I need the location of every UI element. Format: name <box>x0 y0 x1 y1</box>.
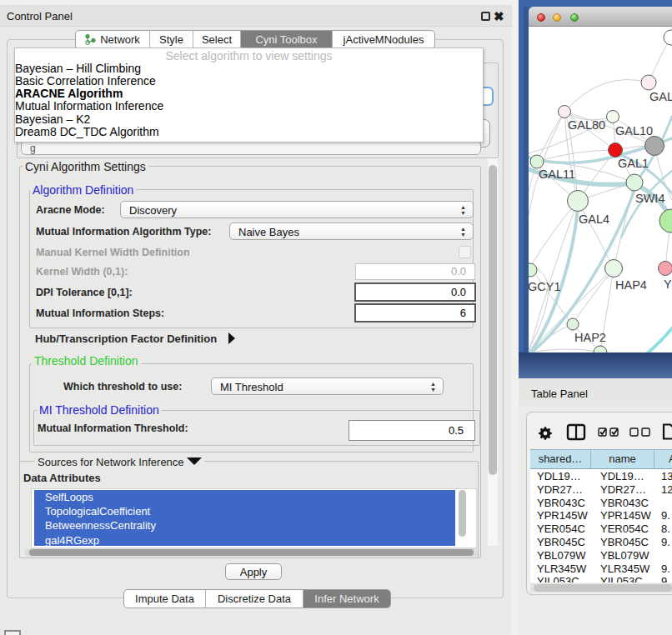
svg-text:GAL4: GAL4 <box>579 212 609 226</box>
svg-text:GAL80: GAL80 <box>568 118 605 132</box>
svg-text:GAL10: GAL10 <box>615 124 653 138</box>
svg-text:GAL11: GAL11 <box>539 168 575 181</box>
svg-text:Y: Y <box>664 278 672 291</box>
svg-text:GAL: GAL <box>649 90 672 103</box>
svg-text:HAP2: HAP2 <box>574 331 606 344</box>
svg-text:GAL1: GAL1 <box>618 157 649 170</box>
svg-text:GCY1: GCY1 <box>529 280 561 293</box>
svg-text:HAP4: HAP4 <box>615 278 647 292</box>
svg-text:SWI4: SWI4 <box>635 192 664 205</box>
